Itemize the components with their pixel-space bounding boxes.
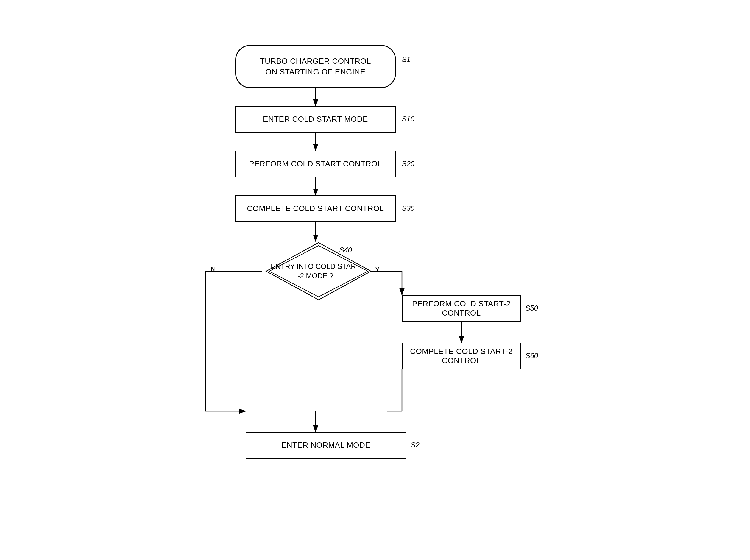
s40-yes-label: Y xyxy=(375,265,380,274)
s2-label: ENTER NORMAL MODE xyxy=(281,441,370,450)
s30-shape: COMPLETE COLD START CONTROL xyxy=(235,195,396,222)
s1-id: S1 xyxy=(402,55,411,64)
s40-no-label: N xyxy=(211,265,216,274)
s60-shape: COMPLETE COLD START-2 CONTROL xyxy=(402,343,521,369)
s10-shape: ENTER COLD START MODE xyxy=(235,106,396,133)
s2-id: S2 xyxy=(411,441,419,449)
s50-label: PERFORM COLD START-2 CONTROL xyxy=(402,299,520,318)
s50-id: S50 xyxy=(526,304,538,312)
s20-label: PERFORM COLD START CONTROL xyxy=(249,159,382,168)
s30-id: S30 xyxy=(402,204,415,213)
s60-label: COMPLETE COLD START-2 CONTROL xyxy=(402,347,520,365)
s40-id: S40 xyxy=(339,246,352,254)
s2-shape: ENTER NORMAL MODE xyxy=(245,432,407,459)
flowchart-diagram: TURBO CHARGER CONTROL ON STARTING OF ENG… xyxy=(167,27,584,533)
s30-label: COMPLETE COLD START CONTROL xyxy=(247,204,384,213)
s1-shape: TURBO CHARGER CONTROL ON STARTING OF ENG… xyxy=(235,45,396,88)
s40-diamond-wrapper: ENTRY INTO COLD START -2 MODE ? xyxy=(262,241,369,301)
s50-shape: PERFORM COLD START-2 CONTROL xyxy=(402,295,521,322)
s60-id: S60 xyxy=(526,352,538,360)
s20-shape: PERFORM COLD START CONTROL xyxy=(235,151,396,177)
s40-label: ENTRY INTO COLD START -2 MODE ? xyxy=(271,262,360,280)
s10-id: S10 xyxy=(402,115,415,123)
s20-id: S20 xyxy=(402,160,415,168)
s1-label: TURBO CHARGER CONTROL ON STARTING OF ENG… xyxy=(260,56,371,77)
s10-label: ENTER COLD START MODE xyxy=(263,115,368,124)
